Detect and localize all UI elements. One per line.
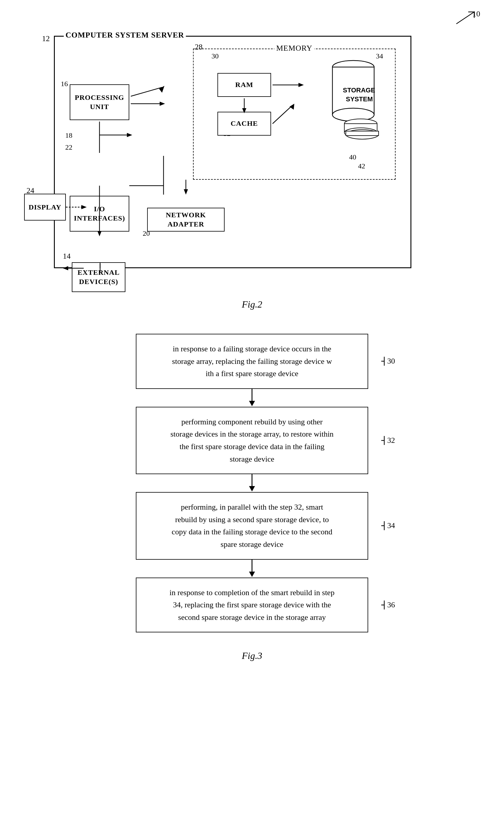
flow-arrow-1 [136, 389, 368, 407]
svg-marker-22 [159, 86, 164, 93]
network-adapter-box: NETWORK ADAPTER [147, 208, 224, 232]
ref-42: 42 [358, 162, 365, 170]
fig2-diagram: COMPUTER SYSTEM SERVER 28 MEMORY 30 RAM … [24, 18, 480, 310]
ref-12: 12 [42, 34, 50, 43]
svg-line-17 [272, 106, 292, 124]
svg-text:STORAGE: STORAGE [343, 86, 375, 94]
ref-30-bracket: 30 [372, 355, 395, 367]
memory-box: MEMORY 30 RAM 32 CACHE 34 [193, 49, 396, 180]
flow-step-36: in response to completion of the smart r… [136, 578, 368, 633]
ref-36-bracket: 36 [372, 599, 395, 611]
ref-30-ram: 30 [211, 52, 219, 60]
flow-arrow-3 [136, 560, 368, 578]
io-interfaces-box: I/O INTERFACES) [70, 196, 129, 232]
css-label: COMPUTER SYSTEM SERVER [64, 31, 186, 40]
svg-marker-18 [290, 104, 294, 110]
ref-22: 22 [65, 143, 72, 151]
flow-arrow-2 [136, 474, 368, 492]
computer-system-server-box: COMPUTER SYSTEM SERVER 28 MEMORY 30 RAM … [54, 36, 411, 268]
fig3-title: Fig.3 [103, 650, 401, 661]
page: 10 COMPUTER SYSTEM SERVER 28 MEMORY 30 R… [0, 0, 504, 827]
ref-24: 24 [27, 186, 34, 195]
svg-marker-20 [160, 102, 165, 106]
svg-marker-40 [249, 401, 255, 406]
ref-34-bracket: 34 [372, 520, 395, 532]
ref-40: 40 [349, 153, 356, 161]
cache-box: CACHE [217, 112, 271, 136]
fig3-flowchart: in response to a failing storage device … [103, 334, 401, 661]
svg-marker-25 [127, 133, 132, 137]
svg-rect-10 [346, 131, 379, 136]
external-devices-box: EXTERNAL DEVICE(S) [72, 262, 125, 292]
flow-step-32: performing component rebuild by using ot… [136, 407, 368, 474]
ref-14: 14 [63, 252, 70, 261]
svg-text:SYSTEM: SYSTEM [346, 95, 373, 103]
svg-marker-16 [298, 83, 304, 87]
ref-18: 18 [65, 132, 72, 140]
memory-label: MEMORY [274, 44, 314, 53]
svg-marker-43 [249, 486, 255, 491]
ref-32-bracket: 32 [372, 435, 395, 446]
ram-box: RAM [217, 73, 271, 97]
ref-10-label: 10 [472, 9, 480, 18]
flow-step-30: in response to a failing storage device … [136, 334, 368, 389]
fig2-title: Fig.2 [242, 299, 262, 310]
flow-step-34: performing, in parallel with the step 32… [136, 492, 368, 560]
svg-marker-46 [249, 572, 255, 577]
display-box: DISPLAY [24, 194, 66, 221]
ref-16: 16 [61, 80, 68, 88]
storage-system-cylinder: STORAGE SYSTEM [326, 58, 386, 142]
svg-marker-27 [97, 231, 102, 236]
processing-unit-box: PROCESSING UNIT [70, 84, 129, 120]
svg-line-21 [131, 87, 162, 96]
svg-marker-29 [184, 189, 188, 195]
